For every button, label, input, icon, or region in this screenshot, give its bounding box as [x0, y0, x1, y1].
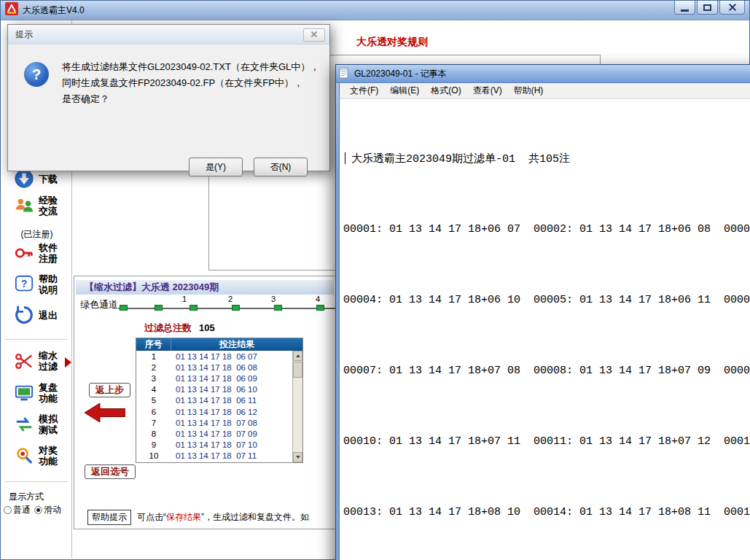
menu-edit[interactable]: 编辑(E) [384, 82, 425, 99]
sidebar-item-label: 经验交流 [39, 195, 59, 217]
row-no: 4 [136, 385, 171, 394]
radio-label: 滑动 [44, 504, 61, 516]
scroll-up-icon [296, 354, 300, 357]
table-row[interactable]: 801 13 14 17 18 07 09 [136, 428, 292, 439]
question-bubble-icon: ? [13, 273, 35, 295]
table-row[interactable]: 501 13 14 17 18 06 11 [136, 395, 292, 406]
notepad-icon [338, 67, 350, 81]
back-arrow-icon [85, 402, 125, 427]
app-icon [5, 2, 18, 18]
green-channel-bead [274, 305, 282, 311]
radio-label: 普通 [13, 504, 31, 516]
notepad-menubar: 文件(F) 编辑(E) 格式(O) 查看(V) 帮助(H) [340, 83, 750, 99]
notepad-heading-line: 大乐透霸主2023049期过滤单-01 共105注 [343, 148, 750, 171]
green-channel-bead [120, 305, 128, 311]
row-result: 01 13 14 17 18 07 08 [171, 419, 257, 427]
dialog-titlebar[interactable]: 提示 [8, 25, 329, 44]
dialog-message: 将生成过滤结果文件GL2023049-02.TXT（在文件夹GL中）， 同时生成… [62, 59, 319, 107]
row-no: 5 [136, 396, 171, 405]
sidebar-item-shrink-filter[interactable]: 缩水过滤 [13, 350, 59, 372]
sidebar-item-replay[interactable]: 复盘功能 [13, 382, 59, 404]
scroll-down-button[interactable] [293, 452, 302, 462]
menu-format[interactable]: 格式(O) [425, 82, 466, 99]
radio-option-sliding[interactable]: 滑动 [34, 504, 61, 516]
maximize-button[interactable] [697, 1, 718, 15]
sidebar-item-label: 退出 [39, 310, 59, 321]
notepad-text-area[interactable]: 大乐透霸主2023049期过滤单-01 共105注 00001: 01 13 1… [340, 99, 750, 560]
close-icon [728, 3, 737, 12]
table-row[interactable]: 1001 13 14 17 18 07 11 [136, 451, 292, 462]
table-row[interactable]: 701 13 14 17 18 07 08 [136, 417, 292, 428]
milestone-number: 4 [316, 295, 320, 303]
menu-view[interactable]: 查看(V) [467, 82, 508, 99]
window-controls [673, 1, 745, 15]
notepad-titlebar[interactable]: GL2023049-01 - 记事本 [336, 65, 750, 83]
magnifier-icon [13, 445, 35, 467]
table-row[interactable]: 201 13 14 17 18 06 08 [136, 362, 292, 373]
registered-note: (已注册) [1, 228, 72, 241]
back-step-button[interactable]: 返上步 [89, 383, 130, 397]
shrink-filter-panel: 【缩水过滤】大乐透 2023049期 绿色通道 1 2 3 4 过滤总注数105 [74, 276, 337, 529]
table-row[interactable]: 101 13 14 17 18 06 07 [136, 351, 292, 362]
display-mode-options: 普通 滑动 [4, 504, 61, 516]
dialog-message-line: 是否确定？ [62, 91, 319, 107]
result-table: 序号 投注结果 101 13 14 17 18 06 07 201 13 14 … [136, 338, 303, 463]
minimize-icon [681, 9, 689, 12]
scroll-down-icon [296, 456, 300, 459]
green-channel-bead [232, 305, 240, 311]
row-result: 01 13 14 17 18 06 12 [171, 408, 257, 416]
row-result: 01 13 14 17 18 06 09 [171, 374, 257, 383]
sidebar-item-register[interactable]: 软件注册 [13, 242, 59, 264]
row-result: 01 13 14 17 18 06 10 [171, 385, 257, 394]
notepad-line: 00010: 01 13 14 17 18+07 11 00011: 01 13… [343, 430, 750, 454]
yes-button[interactable]: 是(Y) [189, 158, 243, 176]
help-text-post: ”，生成过滤和复盘文件。如 [201, 512, 309, 522]
table-scrollbar[interactable] [292, 351, 302, 462]
close-icon [310, 31, 319, 39]
active-item-pointer-icon [65, 357, 71, 368]
minimize-button[interactable] [674, 1, 695, 15]
row-result: 01 13 14 17 18 06 07 [171, 352, 257, 361]
sidebar-item-exit[interactable]: 退出 [13, 304, 59, 326]
notepad-window: GL2023049-01 - 记事本 文件(F) 编辑(E) 格式(O) 查看(… [335, 64, 750, 560]
row-no: 10 [136, 451, 171, 460]
sidebar-item-exchange[interactable]: 经验交流 [13, 195, 59, 217]
prompt-dialog: 提示 ? 将生成过滤结果文件GL2023049-02.TXT（在文件夹GL中），… [7, 24, 330, 171]
main-titlebar[interactable]: 大乐透霸主V4.0 [1, 1, 749, 20]
row-result: 01 13 14 17 18 07 11 [171, 451, 257, 460]
people-icon [13, 195, 35, 217]
scissors-icon [13, 350, 35, 372]
close-button[interactable] [719, 1, 745, 15]
maximize-icon [703, 4, 711, 11]
exit-icon [13, 304, 35, 326]
row-no: 6 [136, 408, 171, 416]
table-row[interactable]: 901 13 14 17 18 07 10 [136, 440, 292, 451]
row-no: 2 [136, 363, 171, 372]
menu-help[interactable]: 帮助(H) [508, 82, 550, 99]
sidebar-item-help[interactable]: ? 帮助说明 [13, 273, 59, 295]
return-selection-button[interactable]: 返回选号 [85, 464, 136, 479]
row-no: 7 [136, 419, 171, 427]
sidebar-item-prize-check[interactable]: 对奖功能 [13, 445, 59, 467]
table-row[interactable]: 601 13 14 17 18 06 12 [136, 406, 292, 417]
monitor-icon [13, 382, 35, 404]
sidebar-item-label: 复盘功能 [39, 382, 59, 404]
total-count-value: 105 [199, 322, 215, 333]
radio-option-normal[interactable]: 普通 [4, 504, 31, 516]
radio-icon [4, 506, 12, 514]
row-result: 01 13 14 17 18 06 11 [171, 396, 257, 405]
dialog-close-button[interactable] [303, 28, 325, 42]
milestone-number: 3 [271, 295, 276, 303]
no-button[interactable]: 否(N) [254, 158, 308, 176]
svg-text:?: ? [21, 278, 28, 289]
main-window-title: 大乐透霸主V4.0 [23, 4, 85, 17]
sidebar-item-label: 缩水过滤 [39, 350, 59, 372]
scroll-thumb[interactable] [293, 362, 302, 378]
help-text-pre: 可点击“ [137, 512, 166, 522]
scroll-up-button[interactable] [293, 351, 302, 361]
menu-file[interactable]: 文件(F) [344, 82, 384, 99]
green-channel-label: 绿色通道 [80, 298, 118, 311]
table-row[interactable]: 301 13 14 17 18 06 09 [136, 373, 292, 384]
table-row[interactable]: 401 13 14 17 18 06 10 [136, 384, 292, 395]
sidebar-item-simulate[interactable]: 模拟测试 [13, 413, 59, 435]
